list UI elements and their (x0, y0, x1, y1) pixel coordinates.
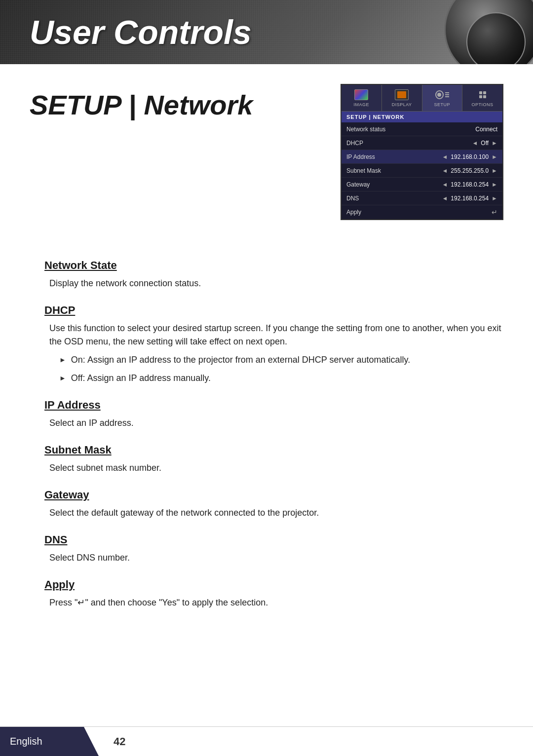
osd-arrow-left-subnet: ◄ (442, 167, 448, 174)
osd-row-network-status: Network status Connect (342, 122, 502, 136)
osd-row-ip-address: IP Address ◄ 192.168.0.100 ► (342, 150, 502, 164)
osd-tab-image[interactable]: IMAGE (342, 85, 382, 111)
section-gateway: Gateway Select the default gateway of th… (30, 489, 503, 520)
display-tab-icon (394, 89, 409, 101)
section-heading-dns: DNS (30, 533, 503, 546)
section-dns: DNS Select DNS number. (30, 533, 503, 565)
osd-arrow-left-ip: ◄ (442, 153, 448, 160)
osd-label-network-status: Network status (346, 126, 475, 133)
osd-row-dhcp: DHCP ◄ Off ► (342, 136, 502, 150)
options-tab-label: OPTIONS (472, 102, 494, 107)
options-tab-icon (475, 89, 490, 101)
osd-value-subnet-mask: 255.255.255.0 (451, 167, 489, 174)
osd-label-dhcp: DHCP (346, 140, 472, 147)
osd-arrow-left-dns: ◄ (442, 195, 448, 202)
osd-row-gateway: Gateway ◄ 192.168.0.254 ► (342, 178, 502, 191)
dhcp-bullet-on: ► On: Assign an IP address to the projec… (59, 353, 503, 367)
bullet-text-off: Off: Assign an IP address manually. (71, 372, 503, 385)
image-tab-icon (354, 89, 369, 101)
osd-arrow-right-dns: ► (492, 195, 497, 202)
osd-tab-setup[interactable]: SETUP (422, 85, 463, 111)
setup-tab-label: SETUP (434, 102, 451, 107)
bullet-text-on: On: Assign an IP address to the projecto… (71, 353, 503, 367)
section-heading-ip-address: IP Address (30, 399, 503, 412)
section-text-gateway: Select the default gateway of the networ… (30, 506, 503, 520)
osd-arrow-right-subnet: ► (492, 167, 497, 174)
section-text-ip-address: Select an IP address. (30, 416, 503, 430)
content-area: SETUP | Network IMAGE DISPLAY (0, 64, 533, 643)
osd-label-gateway: Gateway (346, 181, 442, 188)
section-text-subnet-mask: Select subnet mask number. (30, 461, 503, 475)
page-title: User Controls (30, 13, 252, 51)
osd-tabs: IMAGE DISPLAY (342, 85, 502, 112)
bullet-arrow-off: ► (59, 373, 66, 383)
lens-decoration (424, 0, 533, 64)
osd-value-gateway: 192.168.0.254 (451, 181, 489, 188)
section-text-network-state: Display the network connection status. (30, 277, 503, 290)
osd-menu: IMAGE DISPLAY (341, 84, 503, 220)
osd-label-apply: Apply (346, 209, 492, 216)
osd-value-ip-address: 192.168.0.100 (451, 153, 489, 160)
language-label: English (10, 736, 42, 747)
main-content: Network State Display the network connec… (30, 259, 503, 609)
section-text-dns: Select DNS number. (30, 551, 503, 565)
osd-label-subnet-mask: Subnet Mask (346, 167, 442, 174)
footer: English 42 (0, 726, 533, 756)
osd-row-subnet-mask: Subnet Mask ◄ 255.255.255.0 ► (342, 164, 502, 178)
section-text-apply: Press "↵" and then choose "Yes" to apply… (30, 596, 503, 609)
osd-menu-container: IMAGE DISPLAY (341, 84, 503, 220)
dhcp-bullet-off: ► Off: Assign an IP address manually. (59, 372, 503, 385)
dhcp-bullet-list: ► On: Assign an IP address to the projec… (30, 353, 503, 385)
osd-breadcrumb: SETUP | NETWORK (342, 112, 502, 122)
osd-row-apply: Apply ↵ (342, 205, 502, 219)
osd-enter-icon: ↵ (492, 208, 497, 216)
setup-tab-icon (435, 89, 450, 101)
section-heading-network-state: Network State (30, 259, 503, 272)
osd-value-dns: 192.168.0.254 (451, 195, 489, 202)
header: User Controls (0, 0, 533, 64)
osd-value-dhcp: Off (481, 140, 489, 147)
osd-arrow-right-ip: ► (492, 153, 497, 160)
footer-language: English (0, 727, 99, 756)
osd-arrow-right-gateway: ► (492, 181, 497, 188)
section-heading-gateway: Gateway (30, 489, 503, 501)
section-heading-apply: Apply (30, 578, 503, 591)
display-tab-label: DISPLAY (392, 102, 412, 107)
section-subnet-mask: Subnet Mask Select subnet mask number. (30, 444, 503, 475)
osd-arrow-left-dhcp: ◄ (472, 140, 478, 147)
section-network-state: Network State Display the network connec… (30, 259, 503, 290)
osd-row-dns: DNS ◄ 192.168.0.254 ► (342, 191, 502, 205)
image-tab-label: IMAGE (354, 102, 370, 107)
osd-arrow-left-gateway: ◄ (442, 181, 448, 188)
osd-label-ip-address: IP Address (346, 153, 442, 160)
section-ip-address: IP Address Select an IP address. (30, 399, 503, 430)
section-heading-subnet-mask: Subnet Mask (30, 444, 503, 456)
osd-arrow-right-dhcp: ► (492, 140, 497, 147)
footer-page-number: 42 (114, 735, 125, 748)
section-text-dhcp: Use this function to select your desired… (30, 322, 503, 348)
section-heading-dhcp: DHCP (30, 304, 503, 317)
osd-value-network-status: Connect (475, 126, 497, 133)
osd-tab-options[interactable]: OPTIONS (462, 85, 502, 111)
section-apply: Apply Press "↵" and then choose "Yes" to… (30, 578, 503, 609)
section-dhcp: DHCP Use this function to select your de… (30, 304, 503, 385)
bullet-arrow-on: ► (59, 355, 66, 365)
osd-tab-display[interactable]: DISPLAY (382, 85, 422, 111)
osd-label-dns: DNS (346, 195, 442, 202)
